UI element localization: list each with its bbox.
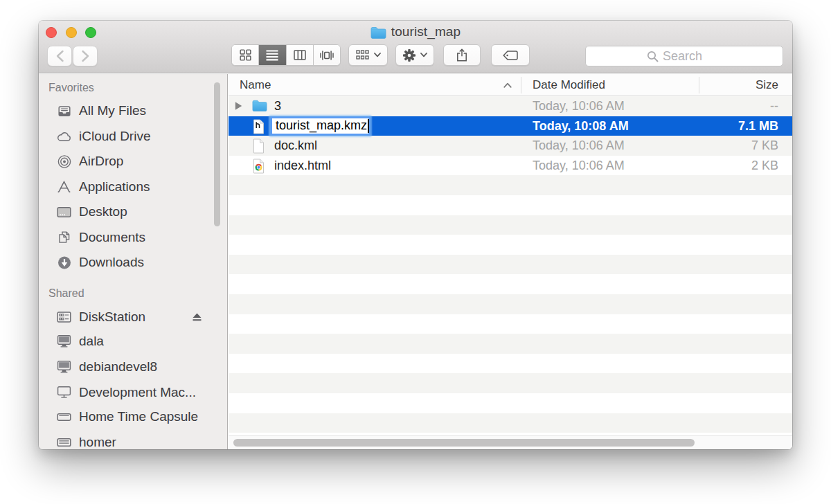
sidebar-item-all-my-files[interactable]: All My Files [39,98,227,123]
file-date-modified: Today, 10:06 AM [533,96,625,116]
sidebar-item-label: DiskStation [79,305,145,330]
desktop-icon [57,205,71,219]
sidebar: Favorites All My Files [39,74,228,449]
forward-button[interactable] [73,46,98,66]
sidebar-item-debiandevel8[interactable]: debiandevel8 [39,354,227,379]
applications-icon [57,179,71,194]
file-name: 3 [274,96,281,116]
sidebar-item-icloud-drive[interactable]: iCloud Drive [39,124,227,149]
window-chrome: tourist_map [39,21,792,73]
column-view-icon [294,50,306,60]
column-header-date-modified[interactable]: Date Modified [533,74,605,96]
sidebar-scrollbar-thumb[interactable] [214,82,220,226]
file-name: doc.kml [274,136,317,156]
window-body: Favorites All My Files [39,74,792,449]
file-row-folder-3[interactable]: 3 Today, 10:06 AM -- [229,96,792,116]
kml-file-icon [252,138,267,153]
search-placeholder: Search [663,49,702,64]
list-header: Name Date Modified Size [229,74,792,96]
nas-icon [57,309,71,324]
computer-icon [57,334,71,348]
coverflow-view-button[interactable] [314,45,340,65]
column-divider [699,77,699,93]
rename-text: tourist_map.kmz [272,118,367,133]
sidebar-item-label: Documents [79,225,145,250]
title-folder-icon [370,26,386,39]
html-file-icon [252,159,267,173]
airdrop-icon [57,154,71,169]
all-my-files-icon [57,104,71,118]
sidebar-item-documents[interactable]: Documents [39,225,227,250]
file-size: 2 KB [751,156,778,176]
horizontal-scrollbar-thumb[interactable] [233,439,695,447]
tags-button[interactable] [491,44,530,66]
column-header-name[interactable]: Name [240,74,271,96]
rename-field[interactable]: tourist_map.kmz [271,117,370,136]
window-title-text: tourist_map [391,24,461,39]
arrange-button[interactable] [348,44,388,66]
sidebar-item-applications[interactable]: Applications [39,174,227,199]
file-size: 7 KB [751,136,778,156]
sidebar-item-label: Desktop [79,199,127,224]
file-name: index.html [274,156,331,176]
disclosure-triangle-icon[interactable] [235,102,242,111]
sidebar-item-label: dala [79,329,104,354]
action-button[interactable] [395,44,434,66]
display-icon [57,385,71,399]
desktop-background: tourist_map [0,0,831,504]
view-switcher [231,44,341,66]
sidebar-item-label: AirDrop [79,149,123,174]
search-icon [647,51,659,62]
sidebar-item-downloads[interactable]: Downloads [39,250,227,275]
downloads-icon [57,255,71,270]
chevron-right-icon [81,50,90,62]
chevron-down-icon [420,53,427,57]
horizontal-scrollbar [229,435,792,449]
sidebar-item-desktop[interactable]: Desktop [39,199,227,224]
file-size: 7.1 MB [738,116,778,136]
back-button[interactable] [47,46,72,66]
sidebar-item-airdrop[interactable]: AirDrop [39,149,227,174]
documents-icon [57,230,71,244]
column-divider [521,77,521,93]
sidebar-item-label: Downloads [79,250,144,275]
sidebar-item-dala[interactable]: dala [39,329,227,354]
file-size: -- [770,96,778,116]
sidebar-item-label: Home Time Capsule [79,404,198,429]
file-date-modified: Today, 10:06 AM [533,136,625,156]
file-row-doc-kml[interactable]: doc.kml Today, 10:06 AM 7 KB [229,136,792,156]
sidebar-item-diskstation[interactable]: DiskStation [39,305,227,330]
column-view-button[interactable] [287,45,314,65]
folder-icon [252,99,267,114]
chevron-left-icon [55,50,64,62]
gear-icon [402,48,416,62]
eject-icon[interactable] [192,312,202,322]
icon-view-button[interactable] [232,45,259,65]
sidebar-item-label: Applications [79,174,150,199]
share-icon [456,48,467,62]
list-view-icon [266,50,278,61]
search-input[interactable]: Search [585,46,783,66]
sidebar-item-home-time-capsule[interactable]: Home Time Capsule [39,404,227,429]
text-caret [368,119,369,133]
column-header-size[interactable]: Size [756,74,778,96]
sidebar-item-development-mac[interactable]: Development Mac... [39,380,227,405]
file-list: Name Date Modified Size [229,74,792,449]
file-date-modified: Today, 10:06 AM [533,156,625,176]
coverflow-view-icon [320,50,334,61]
arrange-icon [356,50,369,60]
file-row-tourist-map-kmz[interactable]: tourist_map.kmz Today, 10:08 AM 7.1 MB [229,116,792,136]
list-view-button[interactable] [259,45,286,65]
chevron-down-icon [374,53,381,57]
icloud-drive-icon [57,129,71,143]
file-rows: 3 Today, 10:06 AM -- [229,96,792,449]
sidebar-item-label: iCloud Drive [79,124,150,149]
computer-icon [57,359,71,374]
sort-ascending-icon [503,82,512,88]
sidebar-item-label: debiandevel8 [79,354,157,379]
server-icon [57,435,71,449]
file-row-index-html[interactable]: index.html Today, 10:06 AM 2 KB [229,156,792,176]
sidebar-item-label: All My Files [79,98,146,123]
sidebar-item-homer[interactable]: homer [39,430,227,449]
share-button[interactable] [443,44,481,66]
